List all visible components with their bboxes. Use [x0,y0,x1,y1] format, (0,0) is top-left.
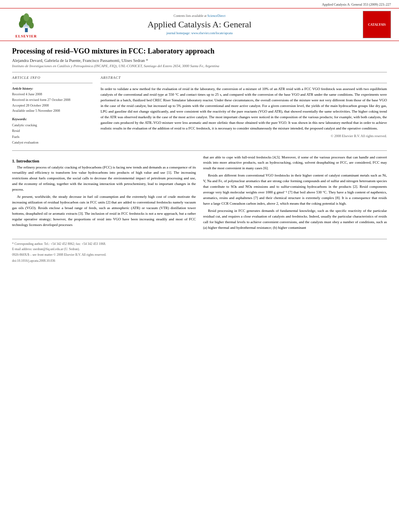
abstract-label: ABSTRACT [101,76,387,80]
section1-paragraph2: At present, worldwide, the steady decrea… [12,194,196,228]
email-label: E-mail address: [12,247,32,251]
issn-line: 0926-860X/$ – see front matter © 2008 El… [12,253,387,258]
keyword-3: Fuels [12,134,93,140]
body-right-column: that are able to cope with full-resid fe… [203,155,387,232]
svg-point-5 [23,13,29,21]
keywords-list: Catalytic cracking Resid Fuels Catalyst … [12,122,93,146]
section1-paragraph1: The refinery process of catalytic cracki… [12,165,196,193]
article-info-column: ARTICLE INFO Article history: Received 4… [12,76,93,145]
revised-date: Received in revised form 27 October 2008 [12,97,93,103]
body-divider [12,150,387,151]
accepted-date: Accepted 28 October 2008 [12,103,93,109]
abstract-divider [101,83,387,83]
received-date: Received 4 June 2008 [12,92,93,97]
email-value: usedran@fiq.unl.edu.ar (U. Sedran). [33,247,80,251]
article-authors: Alejandra Devard, Gabriela de la Puente,… [12,58,387,63]
history-label: Article history: [12,86,93,90]
sciencedirect-line: Contents lists available at ScienceDirec… [48,14,351,18]
keyword-4: Catalyst evaluation [12,140,93,145]
info-abstract-section: ARTICLE INFO Article history: Received 4… [12,76,387,145]
elsevier-label: ELSEVIER [15,34,37,38]
journal-banner: ELSEVIER Contents lists available at Sci… [0,8,399,41]
article-content: Processing of resid–VGO mixtures in FCC:… [0,43,399,268]
corresponding-author-note: * Corresponding author. Tel.: +54 342 45… [12,242,387,247]
keyword-1: Catalytic cracking [12,122,93,128]
article-affiliation: Instituto de Investigaciones en Catálisi… [12,64,387,68]
doi-line: doi:10.1016/j.apcata.2008.10.036 [12,259,387,264]
article-title: Processing of resid–VGO mixtures in FCC:… [12,47,387,56]
abstract-text: In order to validate a new method for th… [101,86,387,131]
elsevier-tree-icon [15,11,37,33]
body-section: 1. Introduction The refinery process of … [12,155,387,232]
keywords-label: Keywords: [12,117,93,121]
journal-cover-image: CATALYSIS [363,11,391,38]
available-date: Available online 5 November 2008 [12,108,93,114]
journal-citation: Applied Catalysis A: General 353 (2009) … [0,0,399,6]
keyword-2: Resid [12,128,93,134]
svg-rect-0 [25,28,28,32]
journal-homepage: journal homepage: www.elsevier.com/locat… [48,31,351,35]
copyright-line: © 2008 Elsevier B.V. All rights reserved… [101,134,387,138]
body-left-column: 1. Introduction The refinery process of … [12,155,196,232]
svg-point-7 [29,22,34,29]
info-divider [12,83,93,83]
email-line: E-mail address: usedran@fiq.unl.edu.ar (… [12,247,387,252]
divider [12,72,387,72]
article-footer: * Corresponding author. Tel.: +54 342 45… [12,239,387,264]
section1-right-paragraph3: Resid processing in FCC generates demand… [203,208,387,231]
article-info-label: ARTICLE INFO [12,76,93,80]
sciencedirect-link[interactable]: ScienceDirect [208,14,226,18]
svg-point-6 [19,21,24,28]
section1-heading: 1. Introduction [12,159,196,163]
section1-right-paragraph2: Resids are different from conventional V… [203,173,387,207]
article-dates: Received 4 June 2008 Received in revised… [12,92,93,113]
banner-center: Contents lists available at ScienceDirec… [44,14,355,35]
abstract-column: ABSTRACT In order to validate a new meth… [101,76,387,145]
journal-title: Applied Catalysis A: General [48,19,351,30]
elsevier-logo-area: ELSEVIER [8,11,44,38]
journal-cover-area: CATALYSIS [355,11,391,38]
section1-right-paragraph1: that are able to cope with full-resid fe… [203,155,387,172]
